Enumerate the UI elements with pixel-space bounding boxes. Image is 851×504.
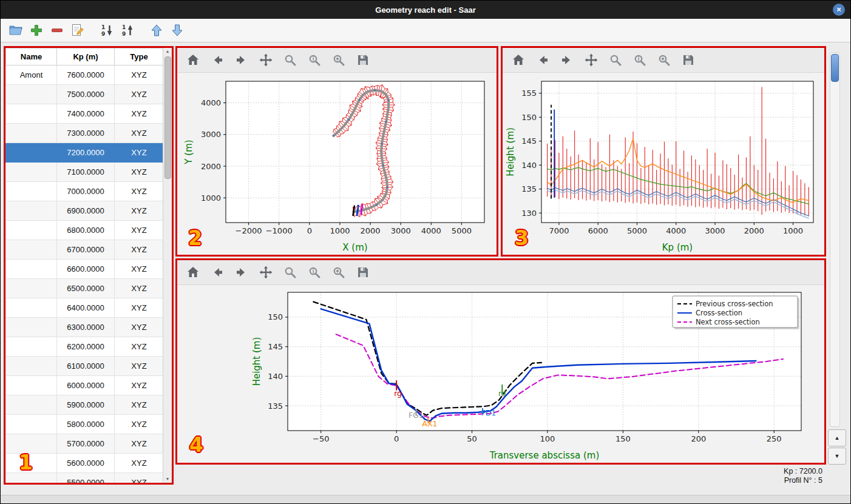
- sort-ascending-button[interactable]: 19: [118, 22, 136, 39]
- cell-type: XYZ: [115, 85, 164, 104]
- table-row[interactable]: 6500.0000XYZ: [6, 279, 164, 298]
- svg-text:rd: rd: [498, 389, 506, 398]
- zoom-original-icon: i: [307, 53, 322, 67]
- column-header-name[interactable]: Name: [6, 49, 57, 66]
- svg-text:130: 130: [521, 209, 537, 218]
- zoom-original-button[interactable]: i: [631, 52, 648, 69]
- profiles-table-panel: NameKp (m)Type Amont7600.0000XYZ7500.000…: [4, 46, 174, 485]
- table-row[interactable]: 5800.0000XYZ: [6, 415, 164, 434]
- cell-type: XYZ: [115, 454, 164, 473]
- table-row[interactable]: 6900.0000XYZ: [6, 201, 164, 221]
- cell-name: [6, 357, 57, 376]
- cross-section-chart[interactable]: −50050100150200250135140145150Transverse…: [177, 285, 824, 463]
- table-row[interactable]: 7000.0000XYZ: [6, 182, 164, 201]
- open-button[interactable]: [7, 22, 24, 39]
- save-icon: [356, 265, 370, 280]
- table-row[interactable]: Amont7600.0000XYZ: [6, 66, 164, 85]
- pan-button[interactable]: [583, 52, 600, 69]
- titlebar: Geometry reach edit - Saar ×: [1, 1, 850, 19]
- svg-text:i: i: [313, 56, 314, 62]
- column-header-kp-m-[interactable]: Kp (m): [57, 49, 115, 66]
- svg-text:200: 200: [691, 434, 706, 443]
- svg-text:−2000: −2000: [236, 226, 262, 235]
- vertical-scrollbar-thumb[interactable]: [831, 54, 839, 82]
- profile-chart[interactable]: 7000600050004000300020001000130135140145…: [503, 73, 824, 255]
- table-row[interactable]: 6600.0000XYZ: [6, 260, 164, 279]
- forward-button[interactable]: [233, 52, 250, 69]
- down-arrow-icon: [170, 23, 185, 38]
- vertical-scrollbar[interactable]: [830, 52, 840, 427]
- table-row[interactable]: 6400.0000XYZ: [6, 298, 164, 318]
- table-scroll-down-button[interactable]: ▼: [163, 475, 172, 483]
- save-button[interactable]: [354, 264, 371, 281]
- sort-descending-button[interactable]: 19: [98, 22, 115, 39]
- home-button[interactable]: [510, 52, 527, 69]
- table-row[interactable]: 6300.0000XYZ: [6, 318, 164, 337]
- remove-profile-button[interactable]: [48, 22, 66, 39]
- zoom-original-button[interactable]: i: [306, 52, 323, 69]
- table-scrollbar-thumb[interactable]: [164, 56, 171, 179]
- status-profil: Profil N° : 5: [784, 476, 822, 485]
- longitudinal-profile-panel: i 70006000500040003000200010001301351401…: [501, 46, 826, 257]
- cell-type: XYZ: [115, 66, 164, 85]
- move-down-button[interactable]: [168, 22, 186, 39]
- table-row[interactable]: 7400.0000XYZ: [6, 104, 164, 124]
- table-row[interactable]: 5900.0000XYZ: [6, 395, 164, 415]
- cell-name: [6, 104, 57, 124]
- profile-down-button[interactable]: ▼: [828, 448, 846, 465]
- app-toolbar: 1919: [1, 19, 850, 42]
- table-row[interactable]: 6800.0000XYZ: [6, 221, 164, 240]
- back-button[interactable]: [534, 52, 551, 69]
- column-header-type[interactable]: Type: [115, 49, 164, 66]
- profile-up-button[interactable]: ▲: [828, 429, 846, 446]
- svg-text:1000: 1000: [330, 226, 350, 235]
- zoom-in-button[interactable]: [656, 52, 673, 69]
- zoom-in-button[interactable]: [330, 264, 347, 281]
- table-row[interactable]: 6000.0000XYZ: [6, 376, 164, 395]
- table-row[interactable]: 7500.0000XYZ: [6, 85, 164, 104]
- zoom-in-button[interactable]: [330, 52, 347, 69]
- cell-name: [6, 201, 57, 221]
- zoom-original-button[interactable]: i: [306, 264, 323, 281]
- table-row[interactable]: 6100.0000XYZ: [6, 357, 164, 376]
- table-row[interactable]: 7200.0000XYZ: [6, 143, 164, 163]
- save-button[interactable]: [680, 52, 697, 69]
- up-arrow-icon: [149, 23, 164, 38]
- back-arrow-icon: [210, 265, 225, 280]
- pan-button[interactable]: [257, 52, 274, 69]
- cell-kp: 6100.0000: [57, 357, 115, 376]
- table-row[interactable]: 6700.0000XYZ: [6, 240, 164, 260]
- add-profile-button[interactable]: [27, 22, 45, 39]
- forward-button[interactable]: [233, 264, 250, 281]
- back-button[interactable]: [209, 52, 226, 69]
- cross-section-panel: i −50050100150200250135140145150Transver…: [175, 258, 826, 465]
- sort-ascending-icon: 19: [120, 23, 135, 38]
- zoom-button[interactable]: [282, 264, 299, 281]
- table-scrollbar[interactable]: ▲ ▼: [163, 48, 172, 483]
- edit-profile-button[interactable]: [69, 22, 86, 39]
- move-up-button[interactable]: [147, 22, 165, 39]
- pan-button[interactable]: [257, 264, 274, 281]
- save-button[interactable]: [354, 52, 371, 69]
- svg-text:2000: 2000: [201, 162, 221, 171]
- forward-button[interactable]: [558, 52, 575, 69]
- table-scroll-up-button[interactable]: ▲: [163, 48, 172, 55]
- close-button[interactable]: ×: [833, 4, 845, 16]
- zoom-icon: [283, 53, 297, 67]
- annotation-mark-1: 1: [19, 451, 33, 474]
- forward-arrow-icon: [234, 265, 249, 280]
- zoom-button[interactable]: [607, 52, 624, 69]
- table-row[interactable]: 7300.0000XYZ: [6, 124, 164, 143]
- zoom-button[interactable]: [282, 52, 299, 69]
- svg-text:Y (m): Y (m): [183, 139, 194, 164]
- svg-text:2000: 2000: [361, 226, 381, 235]
- svg-text:AX1: AX1: [422, 419, 437, 428]
- plan-chart[interactable]: −2000−1000010002000300040005000100020003…: [177, 73, 497, 255]
- home-button[interactable]: [185, 52, 202, 69]
- table-row[interactable]: 6200.0000XYZ: [6, 337, 164, 357]
- cell-type: XYZ: [115, 473, 164, 483]
- home-button[interactable]: [185, 264, 202, 281]
- back-button[interactable]: [209, 264, 226, 281]
- table-row[interactable]: 7100.0000XYZ: [6, 163, 164, 182]
- home-icon: [186, 265, 200, 280]
